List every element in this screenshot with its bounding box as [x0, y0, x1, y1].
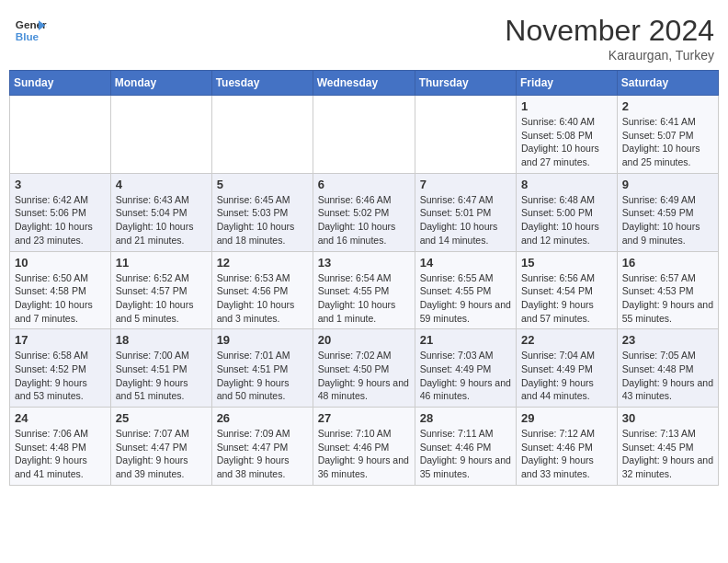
calendar-day-cell: 19Sunrise: 7:01 AMSunset: 4:51 PMDayligh…	[211, 329, 313, 408]
day-info: Sunrise: 6:55 AMSunset: 4:55 PMDaylight:…	[420, 271, 511, 326]
calendar-day-cell	[211, 96, 313, 174]
weekday-header-cell: Monday	[110, 71, 211, 96]
day-number: 11	[116, 256, 207, 270]
day-info: Sunrise: 6:42 AMSunset: 5:06 PMDaylight:…	[15, 193, 106, 247]
day-info: Sunrise: 6:46 AMSunset: 5:02 PMDaylight:…	[318, 193, 410, 247]
day-number: 25	[116, 411, 207, 425]
day-info: Sunrise: 6:48 AMSunset: 5:00 PMDaylight:…	[521, 193, 612, 247]
calendar-day-cell: 16Sunrise: 6:57 AMSunset: 4:53 PMDayligh…	[617, 251, 718, 329]
day-info: Sunrise: 7:11 AMSunset: 4:46 PMDaylight:…	[420, 427, 511, 481]
day-number: 19	[217, 333, 308, 347]
day-number: 23	[622, 333, 713, 347]
day-info: Sunrise: 7:01 AMSunset: 4:51 PMDaylight:…	[217, 349, 308, 403]
day-number: 2	[622, 99, 713, 113]
day-number: 24	[15, 411, 106, 425]
day-info: Sunrise: 7:09 AMSunset: 4:47 PMDaylight:…	[217, 427, 308, 481]
calendar-week-row: 17Sunrise: 6:58 AMSunset: 4:52 PMDayligh…	[10, 329, 719, 408]
day-info: Sunrise: 6:56 AMSunset: 4:54 PMDaylight:…	[521, 271, 612, 326]
calendar-day-cell: 9Sunrise: 6:49 AMSunset: 4:59 PMDaylight…	[617, 173, 718, 251]
calendar-day-cell: 10Sunrise: 6:50 AMSunset: 4:58 PMDayligh…	[10, 251, 111, 329]
day-number: 8	[521, 178, 612, 191]
day-number: 7	[420, 178, 511, 191]
calendar-day-cell: 15Sunrise: 6:56 AMSunset: 4:54 PMDayligh…	[517, 251, 618, 329]
calendar-day-cell: 6Sunrise: 6:46 AMSunset: 5:02 PMDaylight…	[313, 173, 415, 251]
day-number: 3	[15, 178, 106, 191]
day-number: 26	[217, 411, 308, 425]
calendar-day-cell: 22Sunrise: 7:04 AMSunset: 4:49 PMDayligh…	[517, 329, 618, 408]
day-info: Sunrise: 7:07 AMSunset: 4:47 PMDaylight:…	[116, 427, 207, 481]
day-number: 4	[116, 178, 207, 191]
day-number: 13	[318, 256, 410, 270]
calendar-day-cell: 14Sunrise: 6:55 AMSunset: 4:55 PMDayligh…	[415, 251, 516, 329]
calendar-week-row: 10Sunrise: 6:50 AMSunset: 4:58 PMDayligh…	[10, 251, 719, 329]
day-info: Sunrise: 7:03 AMSunset: 4:49 PMDaylight:…	[420, 349, 511, 403]
day-info: Sunrise: 7:12 AMSunset: 4:46 PMDaylight:…	[521, 427, 612, 481]
title-block: November 2024 Karaurgan, Turkey	[505, 14, 714, 63]
day-info: Sunrise: 6:45 AMSunset: 5:03 PMDaylight:…	[217, 193, 308, 247]
calendar-day-cell	[110, 96, 211, 174]
weekday-header-cell: Saturday	[617, 71, 718, 96]
logo: General Blue	[14, 14, 47, 47]
day-info: Sunrise: 6:57 AMSunset: 4:53 PMDaylight:…	[622, 271, 713, 326]
calendar-day-cell	[313, 96, 415, 174]
day-info: Sunrise: 7:00 AMSunset: 4:51 PMDaylight:…	[116, 349, 207, 403]
calendar-day-cell: 2Sunrise: 6:41 AMSunset: 5:07 PMDaylight…	[617, 96, 718, 174]
day-info: Sunrise: 7:02 AMSunset: 4:50 PMDaylight:…	[318, 349, 410, 403]
day-info: Sunrise: 6:50 AMSunset: 4:58 PMDaylight:…	[15, 271, 106, 326]
calendar-week-row: 1Sunrise: 6:40 AMSunset: 5:08 PMDaylight…	[10, 96, 719, 174]
day-number: 21	[420, 333, 511, 347]
page-header: General Blue November 2024 Karaurgan, Tu…	[9, 9, 719, 63]
day-number: 30	[622, 411, 713, 425]
calendar-day-cell: 5Sunrise: 6:45 AMSunset: 5:03 PMDaylight…	[211, 173, 313, 251]
calendar-day-cell: 26Sunrise: 7:09 AMSunset: 4:47 PMDayligh…	[211, 408, 313, 486]
calendar-day-cell: 21Sunrise: 7:03 AMSunset: 4:49 PMDayligh…	[415, 329, 516, 408]
calendar-table: SundayMondayTuesdayWednesdayThursdayFrid…	[9, 70, 719, 486]
calendar-day-cell: 12Sunrise: 6:53 AMSunset: 4:56 PMDayligh…	[211, 251, 313, 329]
calendar-day-cell: 25Sunrise: 7:07 AMSunset: 4:47 PMDayligh…	[110, 408, 211, 486]
day-info: Sunrise: 6:47 AMSunset: 5:01 PMDaylight:…	[420, 193, 511, 247]
day-info: Sunrise: 7:10 AMSunset: 4:46 PMDaylight:…	[318, 427, 410, 481]
calendar-body: 1Sunrise: 6:40 AMSunset: 5:08 PMDaylight…	[10, 96, 719, 486]
location-subtitle: Karaurgan, Turkey	[505, 48, 714, 63]
day-info: Sunrise: 6:41 AMSunset: 5:07 PMDaylight:…	[622, 115, 713, 169]
weekday-header-cell: Friday	[517, 71, 618, 96]
day-number: 5	[217, 178, 308, 191]
day-info: Sunrise: 6:49 AMSunset: 4:59 PMDaylight:…	[622, 193, 713, 247]
calendar-day-cell: 29Sunrise: 7:12 AMSunset: 4:46 PMDayligh…	[517, 408, 618, 486]
calendar-day-cell: 28Sunrise: 7:11 AMSunset: 4:46 PMDayligh…	[415, 408, 516, 486]
calendar-day-cell: 20Sunrise: 7:02 AMSunset: 4:50 PMDayligh…	[313, 329, 415, 408]
weekday-header-row: SundayMondayTuesdayWednesdayThursdayFrid…	[10, 71, 719, 96]
day-info: Sunrise: 6:58 AMSunset: 4:52 PMDaylight:…	[15, 349, 106, 403]
calendar-day-cell: 24Sunrise: 7:06 AMSunset: 4:48 PMDayligh…	[10, 408, 111, 486]
calendar-day-cell: 30Sunrise: 7:13 AMSunset: 4:45 PMDayligh…	[617, 408, 718, 486]
calendar-day-cell: 7Sunrise: 6:47 AMSunset: 5:01 PMDaylight…	[415, 173, 516, 251]
day-number: 20	[318, 333, 410, 347]
calendar-week-row: 3Sunrise: 6:42 AMSunset: 5:06 PMDaylight…	[10, 173, 719, 251]
day-info: Sunrise: 7:06 AMSunset: 4:48 PMDaylight:…	[15, 427, 106, 481]
day-number: 29	[521, 411, 612, 425]
calendar-day-cell: 1Sunrise: 6:40 AMSunset: 5:08 PMDaylight…	[517, 96, 618, 174]
day-info: Sunrise: 6:54 AMSunset: 4:55 PMDaylight:…	[318, 271, 410, 326]
month-title: November 2024	[505, 14, 714, 48]
day-number: 9	[622, 178, 713, 191]
day-number: 22	[521, 333, 612, 347]
weekday-header-cell: Sunday	[10, 71, 111, 96]
calendar-day-cell: 23Sunrise: 7:05 AMSunset: 4:48 PMDayligh…	[617, 329, 718, 408]
day-info: Sunrise: 6:52 AMSunset: 4:57 PMDaylight:…	[116, 271, 207, 326]
logo-icon: General Blue	[14, 14, 47, 47]
day-info: Sunrise: 7:04 AMSunset: 4:49 PMDaylight:…	[521, 349, 612, 403]
calendar-day-cell: 8Sunrise: 6:48 AMSunset: 5:00 PMDaylight…	[517, 173, 618, 251]
calendar-day-cell: 18Sunrise: 7:00 AMSunset: 4:51 PMDayligh…	[110, 329, 211, 408]
weekday-header-cell: Tuesday	[211, 71, 313, 96]
day-info: Sunrise: 6:40 AMSunset: 5:08 PMDaylight:…	[521, 115, 612, 169]
day-info: Sunrise: 7:05 AMSunset: 4:48 PMDaylight:…	[622, 349, 713, 403]
calendar-day-cell	[415, 96, 516, 174]
day-info: Sunrise: 7:13 AMSunset: 4:45 PMDaylight:…	[622, 427, 713, 481]
calendar-day-cell	[10, 96, 111, 174]
calendar-week-row: 24Sunrise: 7:06 AMSunset: 4:48 PMDayligh…	[10, 408, 719, 486]
calendar-day-cell: 3Sunrise: 6:42 AMSunset: 5:06 PMDaylight…	[10, 173, 111, 251]
day-number: 10	[15, 256, 106, 270]
calendar-day-cell: 13Sunrise: 6:54 AMSunset: 4:55 PMDayligh…	[313, 251, 415, 329]
day-number: 16	[622, 256, 713, 270]
day-number: 12	[217, 256, 308, 270]
